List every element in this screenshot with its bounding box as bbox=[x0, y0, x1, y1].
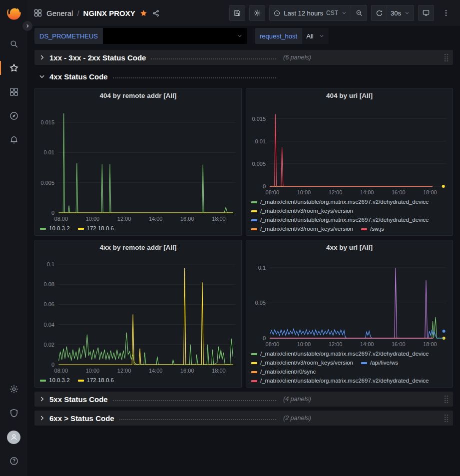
chevron-down-icon bbox=[237, 33, 243, 39]
legend-swatch bbox=[251, 380, 257, 382]
y-axis-tick-label: 0.08 bbox=[44, 281, 54, 287]
explore-compass-icon bbox=[9, 111, 19, 121]
legend-swatch bbox=[251, 201, 257, 203]
y-axis-tick-label: 0.01 bbox=[255, 138, 266, 144]
row-5xx[interactable]: 5xx Status Code (4 panels) ⣿ bbox=[34, 392, 453, 407]
time-controls: Last 12 hours CST bbox=[269, 5, 367, 21]
legend-item[interactable]: /_matrix/client/unstable/org.matrix.msc2… bbox=[251, 198, 429, 206]
x-axis-tick-label: 10:00 bbox=[297, 341, 311, 347]
row-title: 6xx > Status Code bbox=[49, 414, 114, 423]
row-drag-handle-icon[interactable]: ⣿ bbox=[444, 53, 449, 62]
legend-item[interactable]: 10.0.3.2 bbox=[40, 377, 70, 384]
dotted-leader bbox=[113, 77, 276, 78]
favorite-star-icon[interactable] bbox=[139, 9, 148, 17]
zoom-out-button[interactable] bbox=[351, 5, 367, 21]
dotted-leader bbox=[151, 58, 276, 59]
legend-swatch bbox=[361, 228, 367, 230]
zoom-out-icon bbox=[355, 9, 363, 17]
request-host-variable-select[interactable]: All bbox=[302, 28, 328, 44]
refresh-interval-picker[interactable]: 30s bbox=[387, 5, 414, 21]
request-host-variable-value: All bbox=[306, 32, 313, 40]
sidebar-item-starred[interactable] bbox=[0, 56, 27, 80]
sidebar-item-explore[interactable] bbox=[0, 104, 27, 128]
row-1xx-3xx-2xx[interactable]: 1xx - 3xx - 2xx Status Code (6 panels) ⣿ bbox=[34, 50, 453, 65]
sidebar-item-profile[interactable] bbox=[0, 425, 27, 449]
x-axis-tick-label: 08:00 bbox=[54, 368, 68, 374]
legend-item[interactable]: 172.18.0.6 bbox=[78, 377, 114, 384]
dashboard-title[interactable]: NGINX PROXY bbox=[83, 9, 135, 17]
tv-mode-button[interactable] bbox=[418, 5, 434, 21]
datasource-variable-label: DS_PROMETHEUS bbox=[34, 28, 103, 44]
row-4xx[interactable]: 4xx Status Code bbox=[34, 69, 453, 84]
x-axis-tick-label: 12:00 bbox=[329, 189, 343, 195]
legend-item[interactable]: 10.0.3.2 bbox=[40, 225, 70, 232]
chevron-down-icon bbox=[319, 33, 325, 39]
chart-area: 00.0050.010.01508:0010:0012:0014:0016:00… bbox=[35, 102, 241, 224]
x-axis-tick-label: 16:00 bbox=[180, 368, 194, 374]
monitor-icon bbox=[422, 9, 430, 17]
row-left: 1xx - 3xx - 2xx Status Code bbox=[38, 53, 281, 62]
row-chevron-icon bbox=[38, 73, 45, 80]
x-axis-tick-label: 18:00 bbox=[212, 216, 226, 222]
legend-item[interactable]: /_matrix/client/v3/room_keys/version bbox=[251, 207, 353, 215]
legend-item[interactable]: /_matrix/client/r0/sync bbox=[251, 368, 316, 376]
legend-item[interactable]: 172.18.0.6 bbox=[78, 225, 114, 232]
sidebar-item-help[interactable] bbox=[0, 449, 27, 473]
timezone-label: CST bbox=[326, 9, 338, 16]
panel-title[interactable]: 404 by uri [All] bbox=[246, 88, 453, 102]
row-left: 5xx Status Code bbox=[38, 395, 281, 404]
x-axis-tick-label: 16:00 bbox=[180, 216, 194, 222]
panel-title[interactable]: 4xx by uri [All] bbox=[246, 240, 453, 254]
variable-datasource: DS_PROMETHEUS bbox=[34, 28, 247, 44]
more-options-button[interactable] bbox=[438, 5, 454, 21]
grafana-logo[interactable] bbox=[5, 5, 22, 22]
legend-item[interactable]: /api/live/ws bbox=[361, 359, 398, 367]
refresh-controls: 30s bbox=[371, 5, 414, 21]
row-drag-handle-icon[interactable]: ⣿ bbox=[444, 395, 449, 404]
legend-item[interactable]: /_matrix/client/v3/room_keys/version bbox=[251, 225, 353, 233]
chevron-down-icon bbox=[404, 10, 410, 16]
gear-icon bbox=[253, 9, 261, 17]
search-icon bbox=[9, 39, 19, 49]
legend-swatch bbox=[251, 210, 257, 212]
save-dashboard-button[interactable] bbox=[229, 5, 245, 21]
row-drag-handle-icon[interactable]: ⣿ bbox=[444, 414, 449, 423]
sidebar-item-server-admin[interactable] bbox=[0, 401, 27, 425]
row-6xx[interactable]: 6xx > Status Code (2 panels) ⣿ bbox=[34, 411, 453, 426]
y-axis-tick-label: 0 bbox=[263, 335, 266, 341]
time-range-picker[interactable]: Last 12 hours CST bbox=[269, 5, 351, 21]
grafana-logo-icon bbox=[6, 6, 21, 21]
legend-item[interactable]: /_matrix/client/unstable/org.matrix.msc2… bbox=[251, 350, 429, 358]
chart-area: 00.020.040.060.080.108:0010:0012:0014:00… bbox=[35, 254, 241, 376]
sidebar-item-dashboards[interactable] bbox=[0, 80, 27, 104]
legend-item[interactable]: /_matrix/client/unstable/org.matrix.msc2… bbox=[251, 216, 429, 224]
panel-title[interactable]: 404 by remote addr [All] bbox=[35, 88, 241, 102]
datasource-variable-select[interactable] bbox=[103, 28, 247, 44]
panel-legend: 10.0.3.2172.18.0.6 bbox=[35, 224, 241, 235]
legend-label: /_matrix/client/r0/sync bbox=[260, 368, 316, 376]
avatar bbox=[7, 431, 20, 444]
sidebar-collapse-button[interactable] bbox=[22, 21, 32, 31]
sidebar-item-configuration[interactable] bbox=[0, 377, 27, 401]
y-axis-tick-label: 0 bbox=[51, 210, 54, 216]
panel-title[interactable]: 4xx by remote addr [All] bbox=[35, 240, 241, 254]
dashboard-toolbar: General / NGINX PROXY bbox=[27, 0, 460, 26]
series-point bbox=[442, 185, 445, 188]
row-title: 5xx Status Code bbox=[49, 395, 108, 404]
sidebar-item-search[interactable] bbox=[0, 32, 27, 56]
breadcrumb: General / NGINX PROXY bbox=[33, 8, 160, 17]
panel-legend: /_matrix/client/unstable/org.matrix.msc2… bbox=[246, 197, 453, 235]
legend-label: 10.0.3.2 bbox=[49, 225, 70, 232]
legend-label: /sw.js bbox=[370, 225, 384, 233]
legend-item[interactable]: /_matrix/client/unstable/org.matrix.msc2… bbox=[251, 377, 429, 385]
y-axis-tick-label: 0.005 bbox=[40, 180, 54, 186]
dashboard-canvas: 1xx - 3xx - 2xx Status Code (6 panels) ⣿… bbox=[27, 46, 460, 476]
legend-item[interactable]: /sw.js bbox=[361, 225, 384, 233]
legend-item[interactable]: /_matrix/client/v3/room_keys/version bbox=[251, 359, 353, 367]
breadcrumb-folder[interactable]: General bbox=[46, 9, 73, 17]
dashboard-settings-button[interactable] bbox=[249, 5, 265, 21]
legend-swatch bbox=[251, 228, 257, 230]
refresh-button[interactable] bbox=[371, 5, 387, 21]
sidebar-item-alerting[interactable] bbox=[0, 128, 27, 152]
share-icon[interactable] bbox=[152, 9, 160, 17]
